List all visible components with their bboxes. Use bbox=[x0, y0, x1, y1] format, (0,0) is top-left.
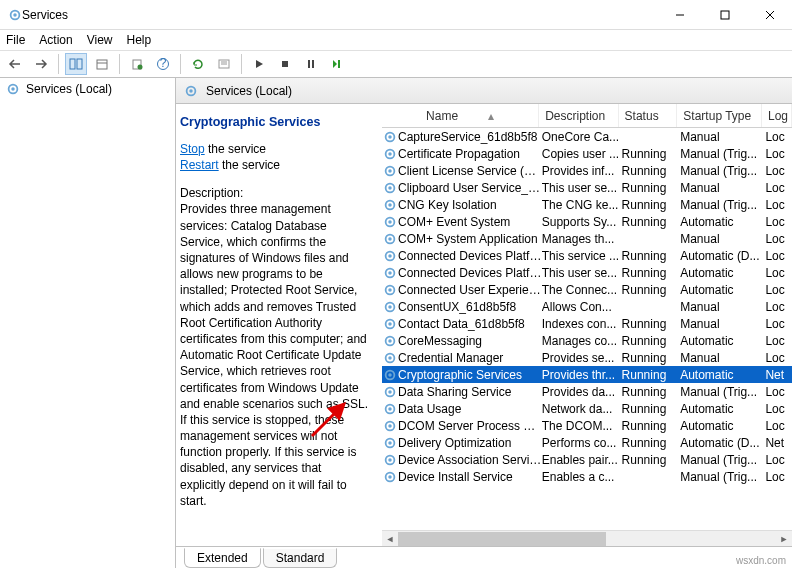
minimize-button[interactable] bbox=[657, 0, 702, 29]
service-logon: Loc bbox=[765, 249, 792, 263]
svg-point-44 bbox=[388, 288, 392, 292]
service-row[interactable]: Client License Service (ClipS...Provides… bbox=[382, 162, 792, 179]
svg-point-32 bbox=[388, 186, 392, 190]
restart-service-link[interactable]: Restart bbox=[180, 158, 219, 172]
service-row[interactable]: COM+ Event SystemSupports Sy...RunningAu… bbox=[382, 213, 792, 230]
selected-service-title: Cryptographic Services bbox=[180, 114, 370, 131]
service-row[interactable]: Connected Devices Platfor...This service… bbox=[382, 247, 792, 264]
properties-button[interactable] bbox=[91, 53, 113, 75]
show-hide-tree-button[interactable] bbox=[65, 53, 87, 75]
service-status: Running bbox=[622, 317, 681, 331]
service-row[interactable]: Certificate PropagationCopies user ...Ru… bbox=[382, 145, 792, 162]
service-desc: Manages th... bbox=[542, 232, 622, 246]
service-desc: The DCOM... bbox=[542, 419, 622, 433]
service-row[interactable]: Data UsageNetwork da...RunningAutomaticL… bbox=[382, 400, 792, 417]
service-row[interactable]: Cryptographic ServicesProvides thr...Run… bbox=[382, 366, 792, 383]
col-logon[interactable]: Log bbox=[762, 104, 792, 127]
menu-help[interactable]: Help bbox=[127, 33, 152, 47]
svg-point-40 bbox=[388, 254, 392, 258]
tab-standard[interactable]: Standard bbox=[263, 548, 338, 568]
watermark: wsxdn.com bbox=[736, 555, 786, 566]
service-gear-icon bbox=[382, 436, 398, 450]
service-name: Connected Devices Platfor... bbox=[398, 249, 542, 263]
close-button[interactable] bbox=[747, 0, 792, 29]
service-row[interactable]: DCOM Server Process Laun...The DCOM...Ru… bbox=[382, 417, 792, 434]
stop-service-button[interactable] bbox=[274, 53, 296, 75]
service-name: Certificate Propagation bbox=[398, 147, 542, 161]
service-logon: Net bbox=[765, 368, 792, 382]
service-gear-icon bbox=[382, 249, 398, 263]
svg-point-30 bbox=[388, 169, 392, 173]
service-desc: Indexes con... bbox=[542, 317, 622, 331]
service-row[interactable]: CoreMessagingManages co...RunningAutomat… bbox=[382, 332, 792, 349]
service-desc: Provides da... bbox=[542, 385, 622, 399]
tab-extended[interactable]: Extended bbox=[184, 548, 261, 568]
service-gear-icon bbox=[382, 283, 398, 297]
service-row[interactable]: Device Association ServiceEnables pair..… bbox=[382, 451, 792, 468]
service-row[interactable]: CNG Key IsolationThe CNG ke...RunningMan… bbox=[382, 196, 792, 213]
service-gear-icon bbox=[382, 232, 398, 246]
col-description[interactable]: Description bbox=[539, 104, 618, 127]
help-button[interactable]: ? bbox=[152, 53, 174, 75]
start-service-button[interactable] bbox=[248, 53, 270, 75]
menu-action[interactable]: Action bbox=[39, 33, 72, 47]
service-startup: Automatic bbox=[680, 402, 765, 416]
service-desc: Provides se... bbox=[542, 351, 622, 365]
maximize-button[interactable] bbox=[702, 0, 747, 29]
refresh-button[interactable] bbox=[187, 53, 209, 75]
scroll-right-arrow[interactable]: ► bbox=[776, 531, 792, 546]
svg-point-28 bbox=[388, 152, 392, 156]
service-row[interactable]: COM+ System ApplicationManages th...Manu… bbox=[382, 230, 792, 247]
scroll-thumb[interactable] bbox=[398, 532, 606, 546]
restart-service-button[interactable] bbox=[326, 53, 348, 75]
service-list[interactable]: Name▴ Description Status Startup Type Lo… bbox=[382, 104, 792, 546]
col-startup[interactable]: Startup Type bbox=[677, 104, 762, 127]
stop-service-link[interactable]: Stop bbox=[180, 142, 205, 156]
service-gear-icon bbox=[382, 470, 398, 484]
service-row[interactable]: ConsentUX_61d8b5f8Allows Con...ManualLoc bbox=[382, 298, 792, 315]
forward-button[interactable] bbox=[30, 53, 52, 75]
service-status: Running bbox=[622, 266, 681, 280]
service-startup: Automatic bbox=[680, 419, 765, 433]
service-row[interactable]: CaptureService_61d8b5f8OneCore Ca...Manu… bbox=[382, 128, 792, 145]
service-row[interactable]: Delivery OptimizationPerforms co...Runni… bbox=[382, 434, 792, 451]
menu-view[interactable]: View bbox=[87, 33, 113, 47]
svg-point-50 bbox=[388, 339, 392, 343]
service-name: CoreMessaging bbox=[398, 334, 542, 348]
service-row[interactable]: Connected User Experience...The Connec..… bbox=[382, 281, 792, 298]
menu-file[interactable]: File bbox=[6, 33, 25, 47]
description-text: Provides three management services: Cata… bbox=[180, 201, 370, 509]
service-desc: Provides thr... bbox=[542, 368, 622, 382]
service-row[interactable]: Clipboard User Service_61d...This user s… bbox=[382, 179, 792, 196]
filter-button[interactable] bbox=[213, 53, 235, 75]
service-name: Device Association Service bbox=[398, 453, 542, 467]
pause-service-button[interactable] bbox=[300, 53, 322, 75]
tree-services-local[interactable]: Services (Local) bbox=[26, 82, 112, 96]
service-row[interactable]: Connected Devices Platfor...This user se… bbox=[382, 264, 792, 281]
back-button[interactable] bbox=[4, 53, 26, 75]
service-gear-icon bbox=[382, 351, 398, 365]
service-row[interactable]: Data Sharing ServiceProvides da...Runnin… bbox=[382, 383, 792, 400]
export-button[interactable] bbox=[126, 53, 148, 75]
horizontal-scrollbar[interactable]: ◄ ► bbox=[382, 530, 792, 546]
col-status[interactable]: Status bbox=[619, 104, 678, 127]
stop-service-text: the service bbox=[205, 142, 266, 156]
col-name[interactable]: Name▴ bbox=[382, 104, 539, 127]
service-startup: Automatic (D... bbox=[680, 249, 765, 263]
service-startup: Manual (Trig... bbox=[680, 385, 765, 399]
service-row[interactable]: Device Install ServiceEnables a c...Manu… bbox=[382, 468, 792, 485]
service-startup: Automatic bbox=[680, 215, 765, 229]
service-gear-icon bbox=[382, 198, 398, 212]
service-logon: Loc bbox=[765, 402, 792, 416]
column-headers[interactable]: Name▴ Description Status Startup Type Lo… bbox=[382, 104, 792, 128]
console-tree[interactable]: Services (Local) bbox=[0, 78, 176, 568]
service-name: Data Sharing Service bbox=[398, 385, 542, 399]
service-row[interactable]: Credential ManagerProvides se...RunningM… bbox=[382, 349, 792, 366]
service-startup: Manual bbox=[680, 351, 765, 365]
scroll-left-arrow[interactable]: ◄ bbox=[382, 531, 398, 546]
svg-point-52 bbox=[388, 356, 392, 360]
svg-rect-6 bbox=[70, 59, 75, 69]
svg-point-48 bbox=[388, 322, 392, 326]
service-logon: Loc bbox=[765, 470, 792, 484]
service-row[interactable]: Contact Data_61d8b5f8Indexes con...Runni… bbox=[382, 315, 792, 332]
